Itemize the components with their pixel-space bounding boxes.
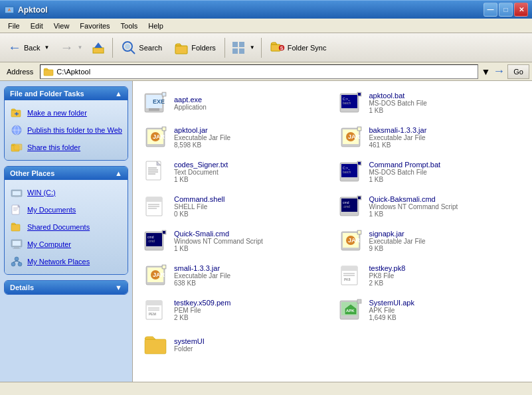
minimize-button[interactable]: — bbox=[484, 3, 497, 17]
win-c-icon bbox=[10, 186, 23, 199]
close-button[interactable]: ✕ bbox=[514, 3, 528, 17]
file-name: testkey.x509.pem bbox=[174, 299, 230, 307]
file-info: aapt.exe Application bbox=[174, 96, 207, 111]
my-network-places-icon bbox=[10, 255, 23, 268]
file-item[interactable]: JAR smali-1.3.3.jar Executable Jar File … bbox=[138, 259, 332, 292]
file-type: PEM File bbox=[174, 307, 230, 314]
file-item[interactable]: JAR signapk.jar Executable Jar File 9 KB bbox=[333, 224, 527, 258]
win-c-item[interactable]: WIN (C:) bbox=[7, 184, 125, 201]
svg-point-41 bbox=[18, 262, 22, 266]
address-dropdown-arrow[interactable]: ▼ bbox=[481, 66, 490, 77]
publish-web-item[interactable]: Publish this folder to the Web bbox=[7, 121, 125, 139]
folder-sync-button[interactable]: S Folder Sync bbox=[265, 36, 332, 60]
file-item[interactable]: systemUI Folder bbox=[138, 328, 332, 361]
svg-rect-37 bbox=[14, 247, 19, 248]
file-type: APK File bbox=[369, 307, 414, 314]
file-icon: EXE bbox=[142, 90, 169, 116]
file-type: Windows NT Command Script bbox=[174, 238, 263, 245]
back-label: Back bbox=[24, 44, 40, 52]
file-icon: JAR bbox=[337, 124, 364, 151]
svg-text:JAR: JAR bbox=[348, 237, 361, 244]
share-folder-item[interactable]: Share this folder bbox=[7, 139, 125, 156]
my-computer-item[interactable]: My Computer bbox=[7, 236, 125, 253]
window-title: Apktool bbox=[18, 5, 48, 15]
svg-text:batch: batch bbox=[343, 101, 351, 105]
my-documents-item[interactable]: My Documents bbox=[7, 201, 125, 218]
svg-rect-27 bbox=[15, 196, 19, 197]
file-info: baksmali-1.3.3.jar Executable Jar File 4… bbox=[369, 126, 427, 149]
my-network-places-item[interactable]: My Network Places bbox=[7, 253, 125, 270]
folders-icon bbox=[174, 40, 189, 55]
file-name: apktool.bat bbox=[369, 92, 427, 100]
svg-text:JAR: JAR bbox=[153, 272, 165, 278]
file-item[interactable]: JAR baksmali-1.3.3.jar Executable Jar Fi… bbox=[333, 121, 527, 154]
back-button[interactable]: ← Back ▼ bbox=[3, 36, 54, 60]
file-icon: JAR bbox=[142, 262, 169, 289]
svg-rect-10 bbox=[239, 42, 244, 47]
search-button[interactable]: Search bbox=[116, 36, 167, 60]
folders-button[interactable]: Folders bbox=[169, 36, 221, 60]
file-name: signapk.jar bbox=[369, 230, 426, 238]
svg-rect-80 bbox=[358, 162, 361, 165]
menu-tools[interactable]: Tools bbox=[116, 21, 143, 31]
menu-help[interactable]: Help bbox=[143, 21, 169, 31]
file-name: systemUI bbox=[174, 337, 205, 345]
file-size: 8,598 KB bbox=[174, 141, 230, 149]
go-button[interactable]: Go bbox=[507, 64, 529, 79]
file-item[interactable]: APK SystemUI.apk APK File 1,649 KB bbox=[333, 293, 527, 327]
other-places-header[interactable]: Other Places ▲ bbox=[5, 167, 128, 180]
menu-view[interactable]: View bbox=[48, 21, 75, 31]
svg-rect-109 bbox=[163, 266, 165, 268]
up-icon bbox=[92, 41, 105, 54]
file-item[interactable]: cmd .cmd Quick-Smali.cmd Windows NT Comm… bbox=[138, 224, 332, 258]
file-type: Application bbox=[174, 104, 207, 111]
menu-file[interactable]: File bbox=[3, 21, 25, 31]
file-item[interactable]: EXE aapt.exe Application bbox=[138, 86, 332, 119]
file-item[interactable]: JAR apktool.jar Executable Jar File 8,59… bbox=[138, 121, 332, 154]
file-type: Executable Jar File bbox=[369, 134, 427, 141]
file-item[interactable]: Command.shell SHELL File 0 KB bbox=[138, 190, 332, 223]
file-name: aapt.exe bbox=[174, 96, 207, 104]
maximize-button[interactable]: □ bbox=[499, 3, 513, 17]
file-name: Command Prompt.bat bbox=[369, 161, 441, 169]
file-item[interactable]: cmd .cmd Quick-Baksmali.cmd Windows NT C… bbox=[333, 190, 527, 223]
forward-button[interactable]: → ▼ bbox=[56, 36, 86, 60]
file-folder-tasks-header[interactable]: File and Folder Tasks ▲ bbox=[5, 87, 128, 100]
forward-dropdown-arrow: ▼ bbox=[77, 44, 82, 50]
file-item[interactable]: codes_Signer.txt Text Document 1 KB bbox=[138, 155, 332, 189]
view-button[interactable]: ▼ bbox=[228, 36, 258, 60]
file-icon bbox=[142, 331, 169, 358]
file-icon: PEM bbox=[142, 297, 169, 323]
app-icon: A bbox=[4, 5, 15, 15]
main-area: File and Folder Tasks ▲ Make a new folde… bbox=[0, 81, 532, 382]
file-item[interactable]: C:>_ batch Command Prompt.bat MS-DOS Bat… bbox=[333, 155, 527, 189]
shared-documents-item[interactable]: Shared Documents bbox=[7, 218, 125, 236]
file-item[interactable]: PK8 testkey.pk8 PK8 File 2 KB bbox=[333, 259, 527, 292]
my-documents-label: My Documents bbox=[27, 206, 76, 214]
svg-rect-24 bbox=[14, 144, 22, 150]
file-type: Text Document bbox=[174, 169, 228, 176]
file-info: Quick-Baksmali.cmd Windows NT Command Sc… bbox=[369, 195, 458, 218]
address-input[interactable] bbox=[56, 68, 475, 76]
menu-edit[interactable]: Edit bbox=[25, 21, 48, 31]
svg-rect-61 bbox=[163, 127, 165, 130]
view-icon bbox=[231, 40, 246, 55]
file-icon: C:>_ batch bbox=[337, 159, 364, 185]
up-button[interactable] bbox=[88, 36, 109, 60]
new-folder-label: Make a new folder bbox=[27, 109, 87, 117]
file-item[interactable]: PEM testkey.x509.pem PEM File 2 KB bbox=[138, 293, 332, 327]
file-name: baksmali-1.3.3.jar bbox=[369, 126, 427, 134]
file-size: 0 KB bbox=[174, 210, 224, 218]
svg-text:batch: batch bbox=[343, 170, 351, 174]
file-icon: C:>_ batch bbox=[337, 90, 364, 116]
file-icon: cmd .cmd bbox=[142, 228, 169, 254]
file-item[interactable]: C:>_ batch apktool.bat MS-DOS Batch File… bbox=[333, 86, 527, 119]
details-header[interactable]: Details ▼ bbox=[5, 281, 128, 294]
file-area: EXE aapt.exe Application C:>_ batch apkt… bbox=[133, 81, 532, 382]
address-folder-icon bbox=[43, 66, 54, 77]
new-folder-item[interactable]: Make a new folder bbox=[7, 104, 125, 121]
address-input-wrap bbox=[40, 64, 478, 79]
title-bar: A Apktool — □ ✕ bbox=[0, 0, 532, 19]
menu-favorites[interactable]: Favorites bbox=[74, 21, 115, 31]
file-size: 1 KB bbox=[174, 176, 228, 183]
